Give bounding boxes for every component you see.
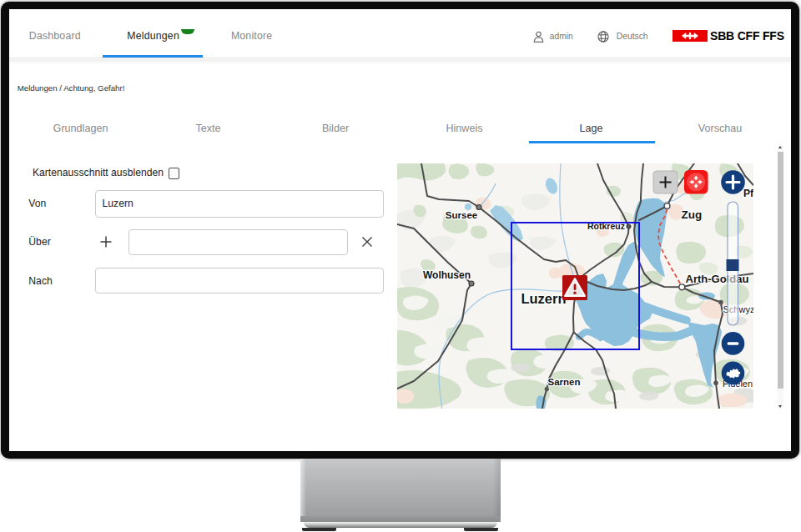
svg-text:Pf: Pf [743, 188, 753, 199]
svg-text:Sarnen: Sarnen [548, 377, 581, 387]
svg-text:Sursee: Sursee [446, 210, 477, 220]
svg-text:Arth-Goldau: Arth-Goldau [686, 273, 749, 285]
svg-text:Wolhusen: Wolhusen [423, 269, 471, 281]
svg-text:Zug: Zug [682, 208, 703, 221]
svg-text:Luzern: Luzern [521, 291, 566, 306]
